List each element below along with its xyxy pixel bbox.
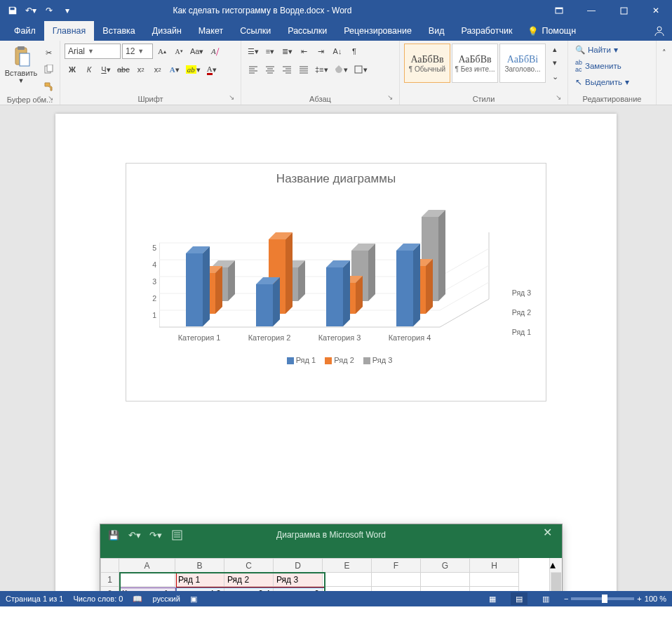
xl-save-icon[interactable]: 💾 [106,527,121,543]
cell[interactable] [119,573,175,587]
cell[interactable]: Ряд 2 [224,573,274,587]
chart-data-window[interactable]: 💾 ↶▾ ↷▾ Диаграмма в Microsoft Word ✕ A B… [100,524,563,591]
cell[interactable]: Ряд 1 [175,573,224,587]
multilevel-icon[interactable]: ≣▾ [279,44,295,59]
tell-me[interactable]: 💡Помощн [520,21,583,41]
row-header[interactable]: 1 [101,573,119,587]
cell[interactable] [372,573,421,587]
font-name-combo[interactable]: Arial▼ [65,44,121,59]
cell[interactable]: Ряд 3 [274,573,323,587]
justify-icon[interactable] [296,62,311,77]
align-right-icon[interactable] [279,62,295,77]
col-header[interactable]: E [323,559,372,573]
strike-button[interactable]: abc [115,62,132,77]
cut-icon[interactable]: ✂ [41,45,56,60]
tab-review[interactable]: Рецензирование [335,21,420,41]
tab-references[interactable]: Ссылки [231,21,279,41]
clipboard-launcher-icon[interactable]: ↘ [46,94,55,104]
col-header[interactable]: B [175,559,224,573]
inc-indent-icon[interactable]: ⇥ [313,44,328,59]
chart-object[interactable]: Название диаграммы 1 2 3 4 5 Ряд 3 Ряд 2… [126,163,546,401]
borders-icon[interactable]: ▾ [351,62,370,77]
excel-grid[interactable]: A B C D E F G H 1 Ряд 1 Ряд 2 Ряд 3 [100,558,549,591]
tab-insert[interactable]: Вставка [94,21,143,41]
grow-font-icon[interactable]: A▴ [154,44,170,59]
ribbon-options-icon[interactable] [543,0,575,21]
status-language[interactable]: русский [152,595,180,603]
shading-icon[interactable]: ▾ [332,62,350,77]
replace-button[interactable]: abacЗаменить [572,58,624,74]
account-icon[interactable] [647,21,672,41]
view-print-icon[interactable]: ▤ [511,592,527,605]
document-area[interactable]: Название диаграммы 1 2 3 4 5 Ряд 3 Ряд 2… [0,105,672,591]
clear-format-icon[interactable]: A⧸ [207,44,222,59]
excel-close-icon[interactable]: ✕ [537,526,558,541]
numbering-icon[interactable]: ≡▾ [262,44,278,59]
view-read-icon[interactable]: ▦ [484,592,501,605]
style-nospacing[interactable]: АаБбВв ¶ Без инте... [452,44,498,83]
xl-edit-icon[interactable] [169,527,184,543]
col-header[interactable]: H [470,559,519,573]
style-normal[interactable]: АаБбВв ¶ Обычный [404,44,450,83]
format-painter-icon[interactable] [41,79,56,94]
tab-view[interactable]: Вид [420,21,453,41]
status-words[interactable]: Число слов: 0 [73,595,123,603]
scroll-up-icon[interactable]: ▴ [550,558,562,571]
status-page[interactable]: Страница 1 из 1 [6,595,63,603]
bullets-icon[interactable]: ☰▾ [246,44,261,59]
sort-icon[interactable]: A↓ [330,44,345,59]
underline-button[interactable]: Ч▾ [98,62,114,77]
font-size-combo[interactable]: 12▼ [122,44,153,59]
bold-button[interactable]: Ж [65,62,80,77]
styles-scroll-down-icon[interactable]: ▾ [547,58,563,69]
para-launcher-icon[interactable]: ↘ [385,93,395,103]
tab-design[interactable]: Дизайн [144,21,190,41]
copy-icon[interactable] [41,62,56,77]
redo-icon[interactable]: ↷ [42,4,56,18]
qat-more-icon[interactable]: ▾ [60,4,74,18]
style-heading1[interactable]: АаБбВі Заголово... [499,44,546,83]
styles-more-icon[interactable]: ⌄ [547,71,563,82]
col-header[interactable]: A [119,559,175,573]
font-color-icon[interactable]: A▾ [204,62,220,77]
xl-undo-icon[interactable]: ↶▾ [127,527,142,543]
tab-layout[interactable]: Макет [190,21,231,41]
superscript-icon[interactable]: x2 [150,62,166,77]
zoom-slider[interactable] [571,597,634,600]
view-web-icon[interactable]: ▥ [537,592,554,605]
col-header[interactable]: C [224,559,274,573]
maximize-icon[interactable] [607,0,640,21]
subscript-icon[interactable]: x2 [133,62,149,77]
dec-indent-icon[interactable]: ⇤ [296,44,311,59]
find-button[interactable]: 🔍Найти ▾ [572,44,621,56]
collapse-ribbon-icon[interactable]: ˄ [657,45,672,60]
col-header[interactable]: D [274,559,323,573]
undo-icon[interactable]: ↶▾ [24,4,38,18]
zoom-in-icon[interactable]: + [637,595,641,603]
styles-scroll-up-icon[interactable]: ▴ [547,44,563,55]
tab-home[interactable]: Главная [44,21,95,41]
select-button[interactable]: ↖Выделить ▾ [572,76,632,88]
text-effects-icon[interactable]: A▾ [167,62,182,77]
align-center-icon[interactable] [262,62,278,77]
highlight-icon[interactable]: ab▾ [184,62,203,77]
paste-button[interactable]: Вставить ▼ [4,44,38,86]
tab-file[interactable]: Файл [6,21,44,41]
status-macro-icon[interactable]: ▣ [190,595,197,604]
col-header[interactable]: G [421,559,470,573]
excel-vscroll[interactable]: ▴ ▾ [549,558,562,591]
zoom-control[interactable]: − + 100 % [564,595,666,603]
xl-redo-icon[interactable]: ↷▾ [148,527,163,543]
tab-developer[interactable]: Разработчик [452,21,520,41]
minimize-icon[interactable]: — [575,0,607,21]
line-spacing-icon[interactable]: ‡≡▾ [313,62,330,77]
align-left-icon[interactable] [246,62,261,77]
styles-launcher-icon[interactable]: ↘ [553,93,563,103]
close-icon[interactable]: ✕ [640,0,672,21]
save-icon[interactable] [6,4,20,18]
change-case-icon[interactable]: Aa▾ [188,44,206,59]
tab-mailings[interactable]: Рассылки [279,21,335,41]
italic-button[interactable]: К [81,62,97,77]
status-proofing-icon[interactable]: 📖 [133,595,142,604]
zoom-out-icon[interactable]: − [564,595,568,603]
